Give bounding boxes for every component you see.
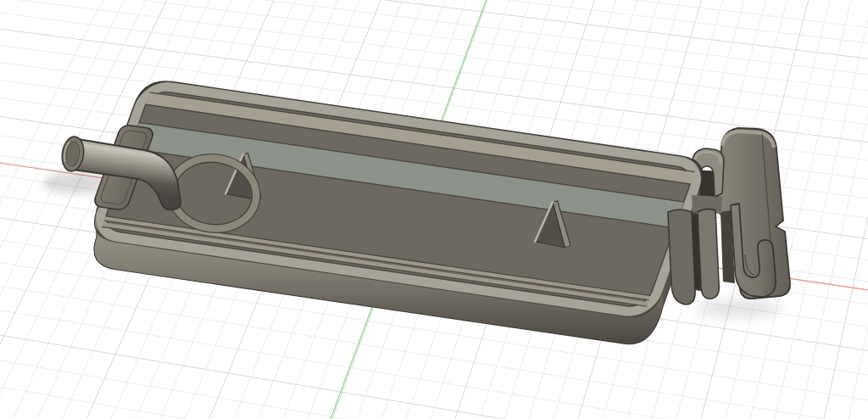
clip-leg-left: [668, 210, 695, 304]
hook-shadow: [697, 299, 782, 318]
cad-scene: [0, 0, 868, 419]
cad-viewport-canvas[interactable]: [0, 0, 868, 419]
clip-leg-right: [698, 209, 719, 299]
clip-left-hook[interactable]: [668, 195, 722, 304]
